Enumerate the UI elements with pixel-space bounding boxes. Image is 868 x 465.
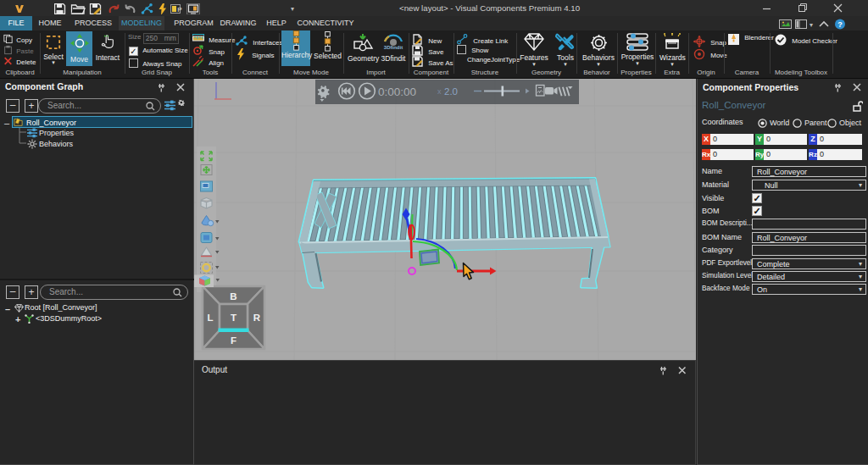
svg-text:P: P bbox=[177, 6, 181, 14]
svg-text:L: L bbox=[207, 313, 213, 323]
svg-text:R: R bbox=[253, 313, 261, 323]
svg-text:?: ? bbox=[837, 20, 843, 29]
svg-text:▾: ▾ bbox=[810, 21, 813, 29]
svg-text:x: x bbox=[437, 87, 442, 96]
svg-text:0:00:00: 0:00:00 bbox=[378, 86, 416, 98]
svg-text:2.0: 2.0 bbox=[444, 86, 458, 97]
svg-text:F: F bbox=[231, 335, 236, 346]
svg-text:3Dfindit: 3Dfindit bbox=[384, 45, 403, 50]
svg-text:T: T bbox=[231, 313, 236, 323]
svg-text:B: B bbox=[230, 291, 236, 302]
